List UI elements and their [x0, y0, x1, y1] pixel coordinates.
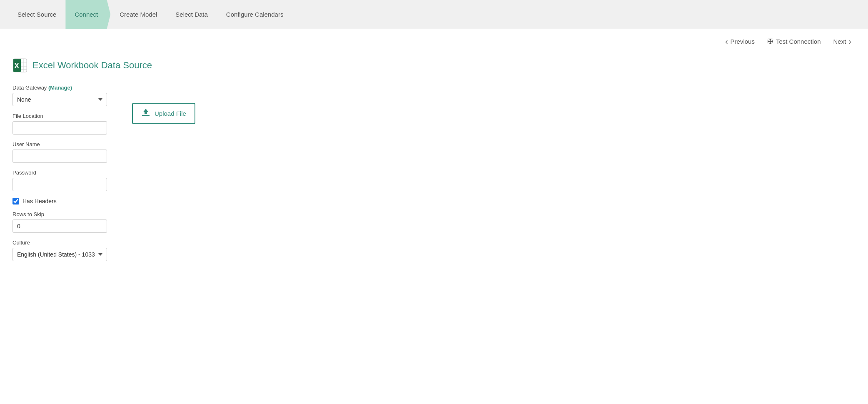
svg-text:X: X [14, 62, 19, 70]
form-upload-layout: Data Gateway (Manage) None File Location… [12, 85, 856, 268]
nav-configure-calendars[interactable]: Configure Calendars [217, 0, 293, 29]
file-location-label: File Location [12, 113, 107, 119]
toolbar: ‹ Previous ✠ Test Connection Next › [0, 29, 868, 54]
upload-icon [141, 108, 150, 119]
test-connection-icon: ✠ [767, 37, 773, 46]
wizard-nav: Select Source Connect Create Model Selec… [0, 0, 868, 29]
nav-select-source[interactable]: Select Source [8, 0, 65, 29]
previous-button[interactable]: ‹ Previous [725, 37, 755, 46]
nav-connect[interactable]: Connect [65, 0, 110, 29]
rows-to-skip-input[interactable] [12, 219, 107, 233]
excel-icon: X [12, 58, 27, 73]
culture-group: Culture English (United States) - 1033 [12, 239, 107, 261]
password-group: Password [12, 170, 107, 191]
test-connection-button[interactable]: ✠ Test Connection [767, 37, 821, 46]
svg-rect-7 [142, 115, 150, 116]
form-section: Data Gateway (Manage) None File Location… [12, 85, 107, 268]
nav-select-data[interactable]: Select Data [166, 0, 217, 29]
password-label: Password [12, 170, 107, 176]
data-gateway-group: Data Gateway (Manage) None [12, 85, 107, 106]
has-headers-row: Has Headers [12, 198, 107, 204]
file-location-group: File Location [12, 113, 107, 135]
nav-create-model[interactable]: Create Model [110, 0, 166, 29]
main-content: X Excel Workbook Data Source Data Gatewa… [0, 54, 868, 280]
manage-link[interactable]: (Manage) [48, 85, 72, 91]
upload-file-button[interactable]: Upload File [132, 103, 195, 124]
rows-to-skip-group: Rows to Skip [12, 211, 107, 233]
has-headers-checkbox[interactable] [12, 198, 19, 204]
page-title-row: X Excel Workbook Data Source [12, 58, 856, 73]
password-input[interactable] [12, 178, 107, 191]
page-title: Excel Workbook Data Source [32, 60, 152, 71]
culture-label: Culture [12, 239, 107, 246]
culture-select[interactable]: English (United States) - 1033 [12, 248, 107, 261]
data-gateway-select[interactable]: None [12, 93, 107, 106]
username-input[interactable] [12, 150, 107, 163]
username-label: User Name [12, 141, 107, 147]
previous-arrow-icon: ‹ [725, 37, 728, 46]
rows-to-skip-label: Rows to Skip [12, 211, 107, 217]
file-location-input[interactable] [12, 121, 107, 135]
next-button[interactable]: Next › [833, 37, 851, 46]
upload-area: Upload File [132, 103, 195, 124]
data-gateway-label: Data Gateway (Manage) [12, 85, 107, 91]
has-headers-label[interactable]: Has Headers [22, 198, 57, 204]
username-group: User Name [12, 141, 107, 163]
next-arrow-icon: › [848, 37, 851, 46]
svg-marker-8 [143, 109, 148, 114]
